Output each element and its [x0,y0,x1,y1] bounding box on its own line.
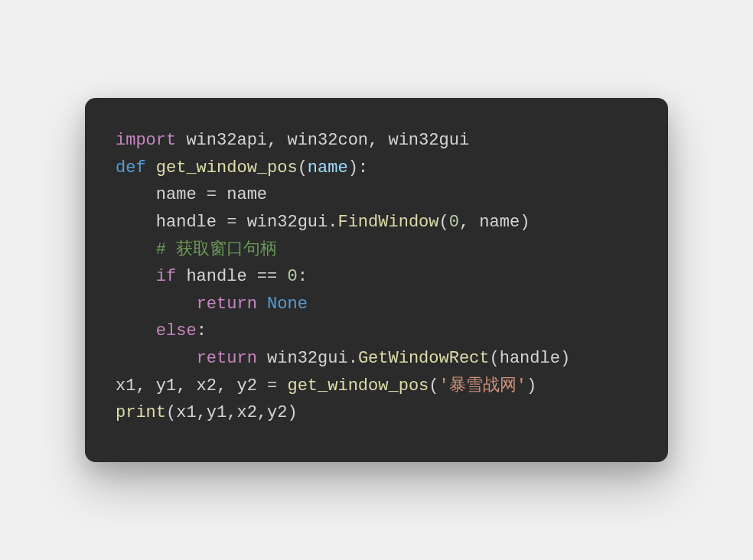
paren-close: ) [287,403,297,422]
indent [116,185,156,204]
variable: name [479,213,520,232]
indent [116,267,156,286]
paren-open: ( [490,349,500,368]
paren-open: ( [439,213,449,232]
space [257,349,267,368]
paren-close: ) [520,213,530,232]
variable: handle [156,213,227,232]
dot: . [328,213,337,232]
equals: = [267,376,287,396]
paren-open: ( [166,403,176,422]
keyword-if: if [156,267,176,286]
indent [116,349,197,368]
paren-close: ) [526,376,536,396]
module-ref: win32gui [247,213,328,232]
keyword-import: import [116,131,176,150]
paren-open: ( [429,376,438,396]
keyword-else: else [156,321,197,340]
paren-close: ): [348,158,368,177]
condition: handle == [186,267,287,286]
comment: # 获取窗口句柄 [156,240,277,259]
indent [116,240,156,259]
keyword-return: return [197,295,257,314]
variable: name [156,185,207,204]
function-call: print [116,403,166,422]
paren-open: ( [298,158,308,177]
equals: = [207,185,227,204]
indent [116,295,197,314]
paren-close: ) [560,349,570,368]
space [257,295,267,314]
module-ref: win32gui [267,349,348,368]
equals: = [227,213,246,232]
none-literal: None [267,295,308,314]
indent [116,321,156,340]
number-literal: 0 [449,213,459,232]
param-name: name [308,158,348,177]
function-name: get_window_pos [156,158,298,177]
colon: : [197,321,207,340]
code-block: import win32api, win32con, win32gui def … [85,98,668,462]
space [176,267,186,286]
module-list: win32api, win32con, win32gui [186,131,469,150]
variable: handle [500,349,560,368]
keyword-return: return [197,349,257,368]
variable: name [227,185,267,204]
function-call: FindWindow [337,213,438,232]
indent [116,213,156,232]
keyword-def: def [116,158,146,177]
number-literal: 0 [287,267,297,286]
comma: , [459,213,479,232]
tuple-vars: x1, y1, x2, y2 [116,376,267,396]
dot: . [348,349,358,368]
code-content: import win32api, win32con, win32gui def … [116,127,637,427]
args: x1,y1,x2,y2 [176,403,287,422]
string-literal: '暴雪战网' [439,376,526,396]
function-call: GetWindowRect [358,349,490,368]
colon: : [298,267,308,286]
function-call: get_window_pos [287,376,429,396]
